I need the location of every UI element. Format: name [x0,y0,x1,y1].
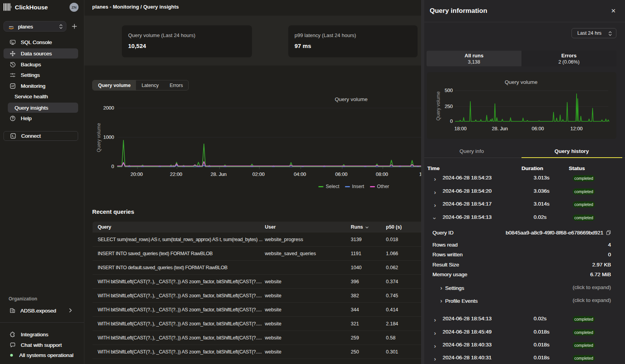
svg-text:aws: aws [9,25,14,28]
